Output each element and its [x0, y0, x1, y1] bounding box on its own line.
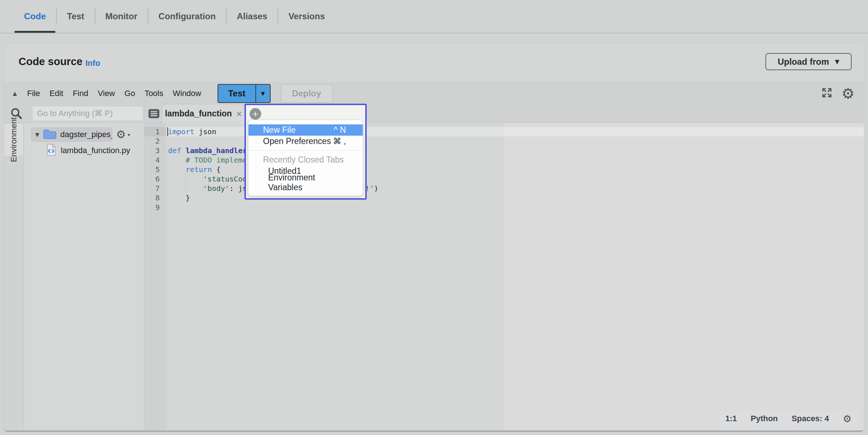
menu-item-label: New File — [263, 125, 295, 135]
nav-tab-aliases[interactable]: Aliases — [227, 0, 278, 33]
menu-item-view[interactable]: View — [98, 89, 115, 98]
status-gear-icon[interactable]: ⚙ — [843, 414, 852, 424]
code-token — [168, 165, 186, 174]
gutter-number: 5 — [144, 165, 166, 174]
context-menu-list: New File^ NOpen Preferences⌘ ,Recently C… — [248, 120, 363, 196]
gutter-number: 3 — [144, 146, 166, 155]
code-token: def — [168, 146, 181, 155]
folder-name: dagster_pipes_funct — [60, 130, 112, 139]
menu-item-go[interactable]: Go — [124, 89, 135, 98]
code-source-card: Code source Info Upload from ▼ ▲ FileEdi… — [4, 43, 864, 431]
editor-gutter[interactable]: 123456789 — [144, 123, 166, 430]
caret-down-icon: ▼ — [261, 91, 265, 96]
print-margin-line — [503, 123, 503, 430]
cursor-position[interactable]: 1:1 — [725, 414, 737, 423]
nav-tab-test[interactable]: Test — [57, 0, 95, 33]
editor-tab-label: lambda_function — [165, 109, 232, 119]
code-token — [168, 184, 203, 193]
menu-item-file[interactable]: File — [27, 89, 40, 98]
gutter-number: 1 — [144, 127, 166, 136]
code-token: ) — [374, 184, 378, 193]
menubar-items: FileEditFindViewGoToolsWindow — [27, 89, 201, 98]
after-print-margin-zone — [503, 123, 864, 430]
gutter-number: 8 — [144, 193, 166, 203]
code-token: json — [194, 127, 216, 136]
toolbar-right-icons: ⚙ — [821, 86, 855, 101]
language-mode[interactable]: Python — [750, 414, 778, 423]
menu-separator — [249, 150, 362, 151]
caret-down-icon: ▾ — [128, 132, 130, 137]
upload-from-button[interactable]: Upload from ▼ — [765, 53, 852, 70]
go-to-anything-input[interactable] — [32, 106, 143, 121]
menu-item-shortcut: ⌘ , — [333, 136, 346, 146]
editor-status-bar: 1:1 Python Spaces: 4 ⚙ — [719, 411, 858, 427]
close-tab-icon[interactable]: × — [236, 109, 242, 119]
nav-tabs: CodeTestMonitorConfigurationAliasesVersi… — [14, 0, 335, 33]
menu-item-label: Open Preferences — [263, 136, 331, 146]
gutter-number: 4 — [144, 155, 166, 165]
menu-item-window[interactable]: Window — [173, 89, 201, 98]
folder-expand-caret-icon[interactable]: ▼ — [35, 132, 39, 137]
fullscreen-icon[interactable] — [821, 87, 833, 100]
editor-toolbar: ▲ FileEditFindViewGoToolsWindow Test ▼ D… — [4, 82, 864, 104]
gear-icon: ⚙ — [116, 129, 126, 140]
code-line — [168, 203, 378, 212]
menu-item-shortcut: ^ N — [334, 125, 346, 135]
menu-item-edit[interactable]: Edit — [49, 89, 63, 98]
python-file-icon — [46, 144, 56, 157]
text-cursor — [167, 127, 168, 136]
gutter-number: 2 — [144, 136, 166, 146]
editor-tab-lambda-function[interactable]: lambda_function × — [162, 104, 245, 123]
code-token: } — [168, 193, 190, 202]
tab-list-icon[interactable] — [148, 109, 160, 120]
menu-item-label: Environment Variables — [268, 173, 346, 192]
code-token: { — [212, 165, 220, 174]
test-split-button[interactable]: Test ▼ — [218, 84, 271, 103]
nav-tab-versions[interactable]: Versions — [278, 0, 335, 33]
deploy-button[interactable]: Deploy — [281, 84, 333, 103]
upload-from-label: Upload from — [778, 57, 829, 67]
code-token: return — [186, 165, 212, 174]
folder-icon — [43, 128, 57, 141]
gutter-number: 9 — [144, 203, 166, 212]
editor-main-area: Environment ▼ dagster_pipes_funct — [4, 104, 864, 430]
environment-tab-label: Environment — [9, 117, 19, 162]
code-token: lambda_handler — [186, 146, 247, 155]
code-token — [168, 175, 203, 183]
nav-tab-monitor[interactable]: Monitor — [95, 0, 148, 33]
test-button[interactable]: Test — [218, 85, 255, 102]
menu-item-tools[interactable]: Tools — [144, 89, 163, 98]
menu-section-header: Recently Closed Tabs — [248, 154, 363, 165]
lambda-code-page: CodeTestMonitorConfigurationAliasesVersi… — [0, 0, 868, 435]
info-link[interactable]: Info — [85, 59, 100, 68]
context-menu-item-environment-variables[interactable]: Environment Variables — [248, 177, 363, 188]
menu-item-find[interactable]: Find — [73, 89, 88, 98]
nav-divider — [0, 33, 868, 33]
tree-row-folder[interactable]: ▼ dagster_pipes_funct ⚙ ▾ — [24, 127, 144, 142]
tree-settings-button[interactable]: ⚙ ▾ — [116, 129, 130, 140]
sidebar-tab-environment[interactable]: Environment — [4, 123, 24, 156]
nav-tab-configuration[interactable]: Configuration — [148, 0, 226, 33]
context-menu-item-open-preferences[interactable]: Open Preferences⌘ , — [248, 136, 363, 147]
spaces-setting[interactable]: Spaces: 4 — [792, 414, 829, 423]
caret-down-icon: ▼ — [835, 58, 839, 65]
folder-selection[interactable]: ▼ dagster_pipes_funct — [31, 127, 112, 142]
environment-strip: Environment — [4, 123, 24, 430]
page-title: Code source — [19, 56, 83, 68]
new-tab-context-menu: + New File^ NOpen Preferences⌘ ,Recently… — [244, 104, 367, 200]
collapse-panel-icon[interactable]: ▲ — [13, 90, 17, 97]
nav-tab-code[interactable]: Code — [14, 0, 56, 33]
code-token — [181, 146, 186, 155]
context-menu-item-new-file[interactable]: New File^ N — [248, 124, 363, 136]
test-dropdown-arrow[interactable]: ▼ — [255, 85, 270, 102]
add-tab-button[interactable]: + — [250, 108, 261, 120]
gutter-number: 6 — [144, 174, 166, 184]
file-tree: ▼ dagster_pipes_funct ⚙ ▾ — [24, 123, 144, 430]
file-name: lambda_function.py — [61, 146, 130, 155]
tree-row-file[interactable]: lambda_function.py — [24, 144, 144, 157]
settings-gear-icon[interactable]: ⚙ — [841, 86, 855, 101]
code-token: # TODO implement — [168, 156, 256, 164]
gutter-number: 7 — [144, 184, 166, 193]
sidebar-toolbar — [4, 104, 144, 123]
code-token: 'body' — [203, 184, 229, 193]
